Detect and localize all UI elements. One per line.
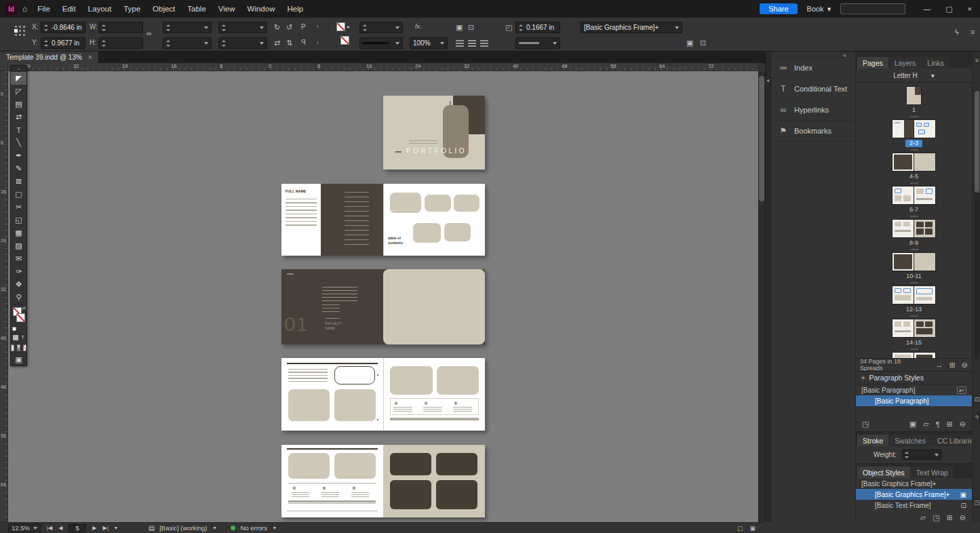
edit-page-size-icon[interactable]: ↔ [936,361,943,369]
zoom-level-dropdown[interactable]: 12.5% [8,524,41,532]
paragraph-style-row[interactable]: [Basic Paragraph] a+ [856,384,972,395]
image-frame[interactable] [288,389,330,421]
rotation-angle-field[interactable] [218,22,267,33]
image-frame[interactable] [437,366,479,395]
corner-shape-dropdown[interactable] [515,37,560,49]
page-list-chevron-icon[interactable]: ▾ [115,525,117,531]
width-field[interactable] [98,22,143,33]
zoom-tool[interactable]: ⚲ [11,291,26,304]
scroll-box-icon[interactable]: ▣ [749,525,756,532]
tab-swatches[interactable]: Swatches [889,435,931,446]
object-style-row-selected[interactable]: [Basic Graphics Frame]+ ▣ [856,489,972,500]
page-number-field[interactable]: 5 [68,524,86,532]
menu-item[interactable]: Window [241,0,281,18]
direct-selection-tool[interactable]: ◸ [11,85,26,98]
maximize-button[interactable]: ▢ [945,5,952,14]
image-frame[interactable] [444,223,471,241]
page-thumbnail-8-9[interactable]: 8-9 [893,214,935,247]
dock-collapse-icon[interactable]: ◂ [766,77,769,83]
scale-y-field[interactable] [163,37,212,49]
frame-fitting-icon[interactable]: ▣ [686,39,693,47]
page-thumbnail-list[interactable]: 1 2-3 [856,83,972,358]
menu-item[interactable]: Layout [82,0,118,18]
panel-item-conditional-text[interactable]: T Conditional Text [771,79,855,100]
delete-style-icon[interactable]: ⊖ [960,513,966,522]
x-position-field[interactable]: -0.8646 in [41,22,85,33]
fill-color-swatch[interactable] [340,36,349,45]
menu-item[interactable]: Help [281,0,309,18]
constrain-proportions-icon[interactable]: ∞ [146,30,152,37]
close-document-icon[interactable]: × [88,54,92,61]
image-frame[interactable] [334,389,376,421]
horizontal-ruler[interactable]: 403224168081624324048566472 [8,63,758,71]
menu-item[interactable]: Object [146,0,181,18]
clear-overrides-icon[interactable]: ◳ [933,513,939,522]
selection-tool[interactable]: ◤ [11,72,26,85]
master-page-row[interactable]: Letter H ▾ [856,68,972,83]
delete-page-icon[interactable]: ⊖ [962,361,968,370]
image-frame[interactable] [383,269,485,344]
menu-item[interactable]: File [31,0,56,18]
last-page-button[interactable]: ▶| [102,525,108,531]
paragraph-style-row-selected[interactable]: [Basic Paragraph] [856,395,972,406]
spread-8-9[interactable]: ❀ ❀ ❀ [281,445,485,517]
menu-item[interactable]: Edit [56,0,82,18]
swap-fill-stroke-icon[interactable]: ⇄ [22,306,26,311]
menu-item[interactable]: View [212,0,241,18]
close-button[interactable]: × [968,5,972,14]
previous-page-button[interactable]: ◀ [58,525,62,531]
page-thumbnail-14-15[interactable]: 14-15 [893,313,935,347]
image-frame[interactable] [334,453,376,479]
control-panel-menu-icon[interactable]: ≡ [971,28,975,36]
delete-style-icon[interactable]: ⊖ [960,420,966,429]
image-frame[interactable] [436,453,477,475]
image-frame[interactable] [425,195,451,212]
pencil-tool[interactable]: ✎ [11,162,26,175]
reference-point-selector[interactable] [14,24,26,37]
fit-view-icon[interactable]: ▢ [737,525,743,532]
style-group-icon[interactable]: ▱ [920,513,926,522]
document-tab[interactable]: Template 39.indd @ 13% × [0,52,99,63]
toolbar-grip[interactable]: ›› [11,66,26,72]
dock-resize-strip[interactable]: ◂ [766,52,771,522]
text-wrap-icons[interactable] [480,40,488,47]
spread-cover[interactable]: PORTFOLIO [383,96,485,170]
panel-item-index[interactable]: ≔ Index [771,58,855,79]
stroke-swatch[interactable] [16,313,25,322]
ruler-origin-corner[interactable] [0,63,8,71]
opacity-field[interactable]: 100% [410,37,448,49]
new-style-icon[interactable]: ⊞ [947,420,953,429]
page-tool[interactable]: ▤ [11,98,26,111]
eyedropper-tool[interactable]: ✑ [11,265,26,278]
canvas-scrollbar-thumb[interactable] [759,76,764,201]
note-tool[interactable]: ✉ [11,252,26,265]
select-previous-object-icon[interactable]: ↑ [316,24,319,30]
page-thumbnail-1[interactable]: 1 [907,87,921,114]
stroke-swatch-arrow-icon[interactable]: ▸ [347,24,350,30]
preflight-chevron-icon[interactable]: ▾ [213,525,216,531]
first-page-button[interactable]: |◀ [47,525,52,531]
menu-item[interactable]: Type [117,0,146,18]
search-input[interactable] [840,3,905,14]
page-thumbnail-6-7[interactable]: 6-7 [893,180,935,214]
image-frame[interactable] [454,195,479,212]
select-next-object-icon[interactable]: ↓ [316,39,319,45]
shear-angle-field[interactable] [218,37,267,49]
image-frame[interactable] [390,480,431,509]
book-dropdown[interactable]: Book▾ [807,5,831,14]
formatting-container-icon[interactable] [13,335,18,340]
stroke-weight-dropdown[interactable] [359,22,403,33]
spread-4-5[interactable]: 01 PROJECTNAME [281,269,485,344]
stroke-type-dropdown[interactable] [359,37,403,49]
auto-fit-icon[interactable]: ⊡ [700,39,706,47]
gap-tool[interactable]: ⇄ [11,111,26,123]
object-style-row[interactable]: [Basic Text Frame] ⊡ [856,500,972,511]
apply-none-button[interactable] [23,344,26,351]
new-spread-icon[interactable]: ⊞ [949,361,956,370]
image-frame[interactable] [390,366,433,395]
formatting-affects-content-icon[interactable]: ⊡ [468,24,474,31]
tab-pages[interactable]: Pages [857,57,888,68]
y-position-field[interactable]: 0.9677 in [41,37,85,49]
quick-apply-icon[interactable]: ϟ [955,28,959,36]
formatting-text-icon[interactable]: T [21,334,24,340]
